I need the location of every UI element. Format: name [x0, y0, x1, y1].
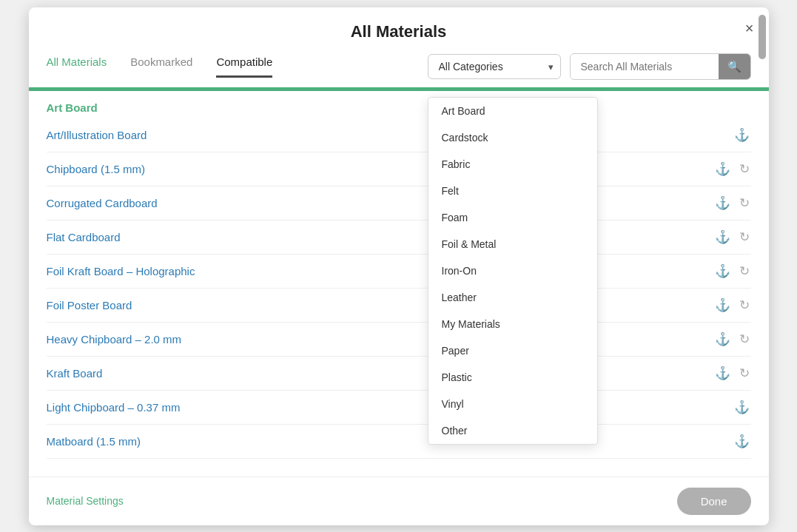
row-actions: ⚓ ↻ [713, 228, 751, 246]
tab-compatible[interactable]: Compatible [216, 55, 272, 78]
category-option-fabric[interactable]: Fabric [428, 151, 597, 178]
tabs-filter-wrapper: All Materials Bookmarked Compatible All … [29, 41, 769, 80]
category-dropdown-menu: Art Board Cardstock Fabric Felt Foam Foi… [428, 97, 598, 445]
table-row: Corrugated Cardboard ⚓ ↻ [47, 186, 751, 220]
material-name: Matboard (1.5 mm) [47, 435, 733, 448]
sync-icon[interactable]: ↻ [738, 160, 751, 178]
row-actions: ⚓ ↻ [713, 296, 751, 314]
category-option-foam[interactable]: Foam [428, 204, 597, 231]
material-name: Heavy Chipboard – 2.0 mm [47, 333, 713, 346]
row-actions: ⚓ ↻ [713, 330, 751, 349]
table-row: Light Chipboard – 0.37 mm ⚓ [47, 391, 751, 425]
section-header: Art Board [47, 91, 751, 118]
bookmark-icon[interactable]: ⚓ [713, 160, 732, 178]
modal-title: All Materials [351, 22, 447, 41]
sync-icon[interactable]: ↻ [738, 228, 751, 246]
content-area: Art Board Art/Illustration Board ⚓ Chipb… [29, 91, 769, 477]
search-wrapper: 🔍 [570, 53, 751, 80]
bookmark-icon[interactable]: ⚓ [713, 330, 732, 349]
table-row: Foil Poster Board ⚓ ↻ [47, 289, 751, 323]
search-filter-area: All Categories ▾ Art Board Cardstock Fab… [428, 53, 751, 80]
table-row: Kraft Board ⚓ ↻ [47, 357, 751, 391]
material-name: Corrugated Cardboard [47, 197, 713, 209]
category-option-my-materials[interactable]: My Materials [428, 311, 597, 337]
row-actions: ⚓ ↻ [713, 194, 751, 212]
row-actions: ⚓ [733, 126, 751, 144]
category-option-other[interactable]: Other [428, 417, 597, 444]
category-option-iron-on[interactable]: Iron-On [428, 257, 597, 284]
category-option-plastic[interactable]: Plastic [428, 364, 597, 391]
close-button[interactable]: × [745, 21, 754, 36]
tab-all-materials[interactable]: All Materials [47, 55, 107, 78]
material-name: Art/Illustration Board [47, 129, 733, 141]
modal-header: All Materials × [29, 7, 769, 41]
category-option-cardstock[interactable]: Cardstock [428, 124, 597, 151]
table-row: Flat Cardboard ⚓ ↻ [47, 220, 751, 255]
bookmark-icon[interactable]: ⚓ [713, 262, 732, 280]
category-option-art-board[interactable]: Art Board [428, 98, 597, 124]
row-actions: ⚓ ↻ [713, 160, 751, 178]
tab-bookmarked[interactable]: Bookmarked [130, 55, 192, 78]
search-icon: 🔍 [727, 60, 741, 73]
material-name: Flat Cardboard [47, 231, 713, 243]
bookmark-icon[interactable]: ⚓ [713, 194, 732, 212]
table-row: Heavy Chipboard – 2.0 mm ⚓ ↻ [47, 323, 751, 357]
sync-icon[interactable]: ↻ [738, 194, 751, 212]
category-select[interactable]: All Categories [428, 54, 561, 79]
category-option-foil-metal[interactable]: Foil & Metal [428, 231, 597, 257]
table-row: Foil Kraft Board – Holographic ⚓ ↻ [47, 255, 751, 289]
bookmark-icon[interactable]: ⚓ [733, 432, 751, 451]
row-actions: ⚓ [733, 432, 751, 451]
sync-icon[interactable]: ↻ [738, 296, 751, 314]
category-option-felt[interactable]: Felt [428, 178, 597, 204]
tabs-area: All Materials Bookmarked Compatible [47, 55, 273, 78]
material-name: Foil Poster Board [47, 299, 713, 312]
row-actions: ⚓ ↻ [713, 262, 751, 280]
category-option-vinyl[interactable]: Vinyl [428, 391, 597, 417]
material-settings-link[interactable]: Material Settings [47, 495, 124, 507]
table-row: Matboard (1.5 mm) ⚓ [47, 425, 751, 459]
table-row: Chipboard (1.5 mm) ⚓ ↻ [47, 152, 751, 186]
bookmark-icon[interactable]: ⚓ [713, 364, 732, 383]
sync-icon[interactable]: ↻ [738, 364, 751, 383]
category-option-paper[interactable]: Paper [428, 337, 597, 364]
row-actions: ⚓ ↻ [713, 364, 751, 383]
footer: Material Settings Done [29, 477, 769, 525]
sync-icon[interactable]: ↻ [738, 330, 751, 349]
search-button[interactable]: 🔍 [719, 54, 750, 79]
bookmark-icon[interactable]: ⚓ [733, 398, 751, 417]
material-name: Light Chipboard – 0.37 mm [47, 401, 733, 414]
modal: All Materials × All Materials Bookmarked… [29, 7, 769, 525]
table-row: Art/Illustration Board ⚓ [47, 118, 751, 152]
sync-icon[interactable]: ↻ [738, 262, 751, 280]
row-actions: ⚓ [733, 398, 751, 417]
bookmark-icon[interactable]: ⚓ [733, 126, 751, 144]
category-option-leather[interactable]: Leather [428, 284, 597, 311]
search-input[interactable] [571, 55, 719, 78]
bookmark-icon[interactable]: ⚓ [713, 296, 732, 314]
category-dropdown-wrapper: All Categories ▾ Art Board Cardstock Fab… [428, 54, 561, 79]
material-name: Kraft Board [47, 367, 713, 380]
done-button[interactable]: Done [677, 488, 751, 515]
material-name: Foil Kraft Board – Holographic [47, 265, 713, 277]
material-name: Chipboard (1.5 mm) [47, 163, 713, 175]
bookmark-icon[interactable]: ⚓ [713, 228, 732, 246]
